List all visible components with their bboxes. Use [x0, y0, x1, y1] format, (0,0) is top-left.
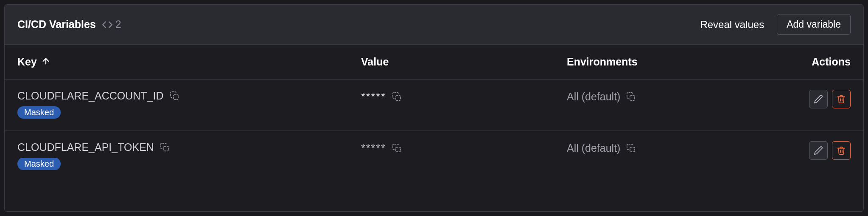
copy-value-icon[interactable]	[392, 143, 402, 153]
delete-variable-button[interactable]	[832, 141, 851, 160]
svg-rect-4	[164, 146, 168, 151]
masked-badge: Masked	[17, 158, 61, 170]
variable-value: *****	[361, 91, 386, 103]
copy-key-icon[interactable]	[170, 91, 180, 101]
copy-env-icon[interactable]	[626, 92, 636, 102]
svg-rect-1	[174, 95, 178, 99]
variable-environment: All (default)	[567, 91, 620, 103]
panel-header: CI/CD Variables 2 Reveal values Add vari…	[5, 5, 863, 45]
variable-count: 2	[115, 18, 121, 31]
variable-key: CLOUDFLARE_ACCOUNT_ID	[17, 90, 164, 102]
svg-rect-5	[396, 147, 400, 152]
copy-env-icon[interactable]	[626, 143, 636, 153]
column-header-key[interactable]: Key	[17, 56, 37, 68]
variable-key: CLOUDFLARE_API_TOKEN	[17, 141, 154, 153]
delete-variable-button[interactable]	[832, 90, 851, 108]
code-icon	[102, 19, 113, 30]
add-variable-button[interactable]: Add variable	[777, 14, 851, 35]
edit-variable-button[interactable]	[809, 141, 828, 160]
cicd-variables-panel: CI/CD Variables 2 Reveal values Add vari…	[4, 4, 864, 212]
reveal-values-button[interactable]: Reveal values	[700, 19, 764, 31]
column-header-value: Value	[361, 56, 389, 68]
column-header-actions: Actions	[812, 56, 851, 68]
variable-environment: All (default)	[567, 142, 620, 154]
variable-value: *****	[361, 142, 386, 154]
copy-value-icon[interactable]	[392, 92, 402, 102]
masked-badge: Masked	[17, 106, 61, 119]
sort-ascending-icon[interactable]	[41, 57, 50, 68]
svg-rect-2	[396, 96, 400, 100]
svg-rect-6	[630, 147, 635, 152]
column-header-environments: Environments	[567, 56, 638, 68]
panel-title: CI/CD Variables	[17, 18, 96, 31]
copy-key-icon[interactable]	[160, 142, 170, 153]
variable-row: CLOUDFLARE_API_TOKEN Masked ***** All (d…	[5, 131, 863, 182]
table-header-row: Key Value Environments Actions	[5, 45, 863, 80]
edit-variable-button[interactable]	[809, 90, 828, 108]
svg-rect-3	[630, 96, 635, 100]
variable-row: CLOUDFLARE_ACCOUNT_ID Masked ***** All (…	[5, 80, 863, 131]
